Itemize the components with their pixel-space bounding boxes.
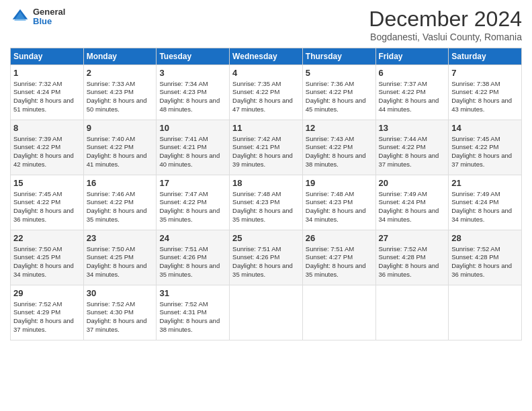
day-info: Sunrise: 7:37 AMSunset: 4:22 PMDaylight:… [379,80,439,113]
day-info: Sunrise: 7:47 AMSunset: 4:22 PMDaylight:… [159,190,220,223]
day-info: Sunrise: 7:45 AMSunset: 4:22 PMDaylight:… [451,135,512,168]
day-number: 28 [451,232,519,244]
day-info: Sunrise: 7:39 AMSunset: 4:22 PMDaylight:… [13,135,74,168]
page: General Blue December 2024 Bogdanesti, V… [0,0,532,411]
calendar-cell: 9 Sunrise: 7:40 AMSunset: 4:22 PMDayligh… [83,120,157,175]
day-number: 16 [87,177,154,189]
day-number: 6 [379,67,446,79]
day-number: 12 [306,122,373,134]
calendar-week-4: 22 Sunrise: 7:50 AMSunset: 4:25 PMDaylig… [11,230,522,285]
month-title: December 2024 [369,7,522,32]
day-number: 23 [87,232,154,244]
day-info: Sunrise: 7:52 AMSunset: 4:31 PMDaylight:… [159,300,220,333]
day-info: Sunrise: 7:51 AMSunset: 4:26 PMDaylight:… [232,245,293,278]
calendar-week-3: 15 Sunrise: 7:45 AMSunset: 4:22 PMDaylig… [11,175,522,230]
calendar-cell: 30 Sunrise: 7:52 AMSunset: 4:30 PMDaylig… [83,285,157,340]
header-saturday: Saturday [449,48,522,65]
day-number: 31 [159,287,226,300]
calendar-cell: 11 Sunrise: 7:42 AMSunset: 4:21 PMDaylig… [230,120,303,175]
calendar-cell: 23 Sunrise: 7:50 AMSunset: 4:25 PMDaylig… [83,230,157,285]
day-number: 9 [87,122,154,134]
calendar-cell: 28 Sunrise: 7:52 AMSunset: 4:28 PMDaylig… [449,230,522,285]
day-info: Sunrise: 7:43 AMSunset: 4:22 PMDaylight:… [306,135,366,168]
calendar-cell: 7 Sunrise: 7:38 AMSunset: 4:22 PMDayligh… [449,65,522,120]
calendar-cell: 27 Sunrise: 7:52 AMSunset: 4:28 PMDaylig… [375,230,449,285]
calendar-cell: 8 Sunrise: 7:39 AMSunset: 4:22 PMDayligh… [11,120,84,175]
day-number: 20 [379,177,446,189]
day-number: 3 [159,67,226,79]
calendar-cell: 10 Sunrise: 7:41 AMSunset: 4:21 PMDaylig… [157,120,230,175]
day-info: Sunrise: 7:40 AMSunset: 4:22 PMDaylight:… [87,135,147,168]
day-info: Sunrise: 7:45 AMSunset: 4:22 PMDaylight:… [13,190,74,223]
day-number: 13 [379,122,446,134]
day-number: 4 [232,67,300,79]
day-info: Sunrise: 7:32 AMSunset: 4:24 PMDaylight:… [13,80,74,113]
day-number: 30 [87,287,154,300]
day-info: Sunrise: 7:48 AMSunset: 4:23 PMDaylight:… [306,190,366,223]
header-monday: Monday [83,48,157,65]
day-number: 24 [159,232,226,244]
calendar-cell: 20 Sunrise: 7:49 AMSunset: 4:24 PMDaylig… [375,175,449,230]
location: Bogdanesti, Vaslui County, Romania [369,32,522,42]
calendar-cell [302,285,375,340]
calendar-cell: 17 Sunrise: 7:47 AMSunset: 4:22 PMDaylig… [157,175,230,230]
day-info: Sunrise: 7:36 AMSunset: 4:22 PMDaylight:… [306,80,366,113]
day-info: Sunrise: 7:50 AMSunset: 4:25 PMDaylight:… [87,245,147,278]
calendar-cell: 21 Sunrise: 7:49 AMSunset: 4:24 PMDaylig… [449,175,522,230]
calendar-cell: 14 Sunrise: 7:45 AMSunset: 4:22 PMDaylig… [449,120,522,175]
day-info: Sunrise: 7:38 AMSunset: 4:22 PMDaylight:… [451,80,512,113]
day-number: 5 [306,67,373,79]
header-wednesday: Wednesday [230,48,303,65]
calendar-cell: 4 Sunrise: 7:35 AMSunset: 4:22 PMDayligh… [230,65,303,120]
header-tuesday: Tuesday [157,48,230,65]
day-number: 14 [451,122,519,134]
title-block: December 2024 Bogdanesti, Vaslui County,… [369,7,522,42]
day-info: Sunrise: 7:34 AMSunset: 4:23 PMDaylight:… [159,80,220,113]
logo-text: General Blue [33,7,65,27]
logo: General Blue [10,7,65,27]
day-info: Sunrise: 7:52 AMSunset: 4:28 PMDaylight:… [379,245,439,278]
calendar-cell: 31 Sunrise: 7:52 AMSunset: 4:31 PMDaylig… [157,285,230,340]
day-number: 7 [451,67,519,79]
calendar-cell: 6 Sunrise: 7:37 AMSunset: 4:22 PMDayligh… [375,65,449,120]
day-number: 26 [306,232,373,244]
calendar-cell [449,285,522,340]
day-info: Sunrise: 7:42 AMSunset: 4:21 PMDaylight:… [232,135,293,168]
calendar-cell: 24 Sunrise: 7:51 AMSunset: 4:26 PMDaylig… [157,230,230,285]
calendar-cell: 29 Sunrise: 7:52 AMSunset: 4:29 PMDaylig… [11,285,84,340]
day-info: Sunrise: 7:33 AMSunset: 4:23 PMDaylight:… [87,80,147,113]
calendar-cell [230,285,303,340]
calendar-cell: 26 Sunrise: 7:51 AMSunset: 4:27 PMDaylig… [302,230,375,285]
day-number: 25 [232,232,300,244]
day-number: 19 [306,177,373,189]
day-info: Sunrise: 7:50 AMSunset: 4:25 PMDaylight:… [13,245,74,278]
calendar-week-1: 1 Sunrise: 7:32 AMSunset: 4:24 PMDayligh… [11,65,522,120]
calendar-week-5: 29 Sunrise: 7:52 AMSunset: 4:29 PMDaylig… [11,285,522,340]
day-number: 2 [87,67,154,79]
day-number: 21 [451,177,519,189]
day-number: 29 [13,287,81,300]
calendar-cell: 1 Sunrise: 7:32 AMSunset: 4:24 PMDayligh… [11,65,84,120]
day-info: Sunrise: 7:51 AMSunset: 4:27 PMDaylight:… [306,245,366,278]
day-info: Sunrise: 7:46 AMSunset: 4:22 PMDaylight:… [87,190,147,223]
header: General Blue December 2024 Bogdanesti, V… [10,7,522,42]
calendar-cell: 5 Sunrise: 7:36 AMSunset: 4:22 PMDayligh… [302,65,375,120]
calendar-cell: 19 Sunrise: 7:48 AMSunset: 4:23 PMDaylig… [302,175,375,230]
day-number: 17 [159,177,226,189]
calendar-cell: 2 Sunrise: 7:33 AMSunset: 4:23 PMDayligh… [83,65,157,120]
calendar: SundayMondayTuesdayWednesdayThursdayFrid… [10,48,522,340]
calendar-cell [375,285,449,340]
day-info: Sunrise: 7:52 AMSunset: 4:30 PMDaylight:… [87,300,147,333]
calendar-cell: 22 Sunrise: 7:50 AMSunset: 4:25 PMDaylig… [11,230,84,285]
calendar-cell: 15 Sunrise: 7:45 AMSunset: 4:22 PMDaylig… [11,175,84,230]
day-info: Sunrise: 7:52 AMSunset: 4:28 PMDaylight:… [451,245,512,278]
calendar-cell: 3 Sunrise: 7:34 AMSunset: 4:23 PMDayligh… [157,65,230,120]
header-sunday: Sunday [11,48,84,65]
day-number: 10 [159,122,226,134]
logo-icon [10,7,30,27]
day-info: Sunrise: 7:44 AMSunset: 4:22 PMDaylight:… [379,135,439,168]
logo-blue: Blue [33,17,65,26]
calendar-cell: 12 Sunrise: 7:43 AMSunset: 4:22 PMDaylig… [302,120,375,175]
day-number: 27 [379,232,446,244]
day-info: Sunrise: 7:41 AMSunset: 4:21 PMDaylight:… [159,135,220,168]
